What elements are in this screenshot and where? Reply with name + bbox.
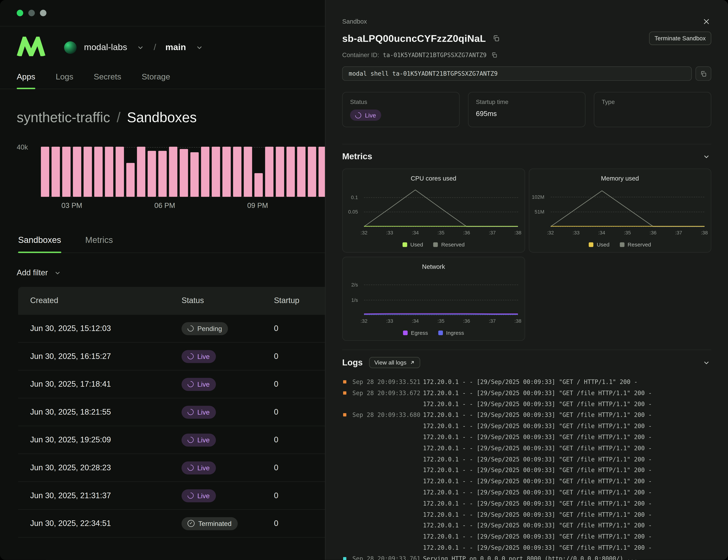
breadcrumb-slash: / [154,42,156,52]
table-row[interactable]: Jun 30, 2025, 22:34:51✓Terminated0 [18,510,325,538]
bar [73,147,81,197]
spinner-icon [186,324,195,333]
bar [222,147,231,197]
bar [190,152,199,197]
table-row[interactable]: Jun 30, 2025, 18:21:55Live0 [18,398,325,426]
legend-swatch [433,242,438,247]
log-timestamp [352,520,423,531]
status-label: Terminated [198,520,232,527]
log-line: 172.20.0.1 - - [29/Sep/2025 00:09:33] "G… [342,443,711,454]
tab-logs[interactable]: Logs [56,72,73,89]
copy-shell-command-button[interactable] [696,66,711,81]
startup-cell: 0 [274,379,325,389]
x-axis-tick-label: :38 [514,230,521,235]
sandbox-id-title: sb-aLPQ00ucncCYFzzZ0qiNaL [342,33,486,44]
environment-chevron-down-icon[interactable] [195,43,203,51]
table-row[interactable]: Jun 30, 2025, 20:28:23Live0 [18,454,325,482]
top-nav: modal-labs / main [0,37,325,58]
log-message: 172.20.0.1 - - [29/Sep/2025 00:09:33] "G… [423,388,711,399]
info-card-status: StatusLive [342,92,460,127]
breadcrumb-current: Sandboxes [127,110,197,125]
table-row[interactable]: Jun 30, 2025, 21:31:37Live0 [18,482,325,510]
terminate-sandbox-button[interactable]: Terminate Sandbox [649,32,711,45]
series-line-egress [364,314,518,314]
log-line: 172.20.0.1 - - [29/Sep/2025 00:09:33] "G… [342,542,711,553]
log-message: 172.20.0.1 - - [29/Sep/2025 00:09:33] "G… [423,465,711,476]
log-message: 172.20.0.1 - - [29/Sep/2025 00:09:33] "G… [423,476,711,487]
log-bullet [342,421,352,432]
legend-item: Reserved [620,241,651,248]
startup-cell: 0 [274,324,325,333]
add-filter-label: Add filter [17,268,48,278]
breadcrumb-app-name[interactable]: synthetic-traffic [17,110,110,125]
legend-item: Ingress [438,330,464,336]
log-bullet [342,432,352,443]
log-line: 172.20.0.1 - - [29/Sep/2025 00:09:33] "G… [342,421,711,432]
log-line: 172.20.0.1 - - [29/Sep/2025 00:09:33] "G… [342,454,711,465]
status-badge: Live [181,350,216,363]
tab-storage[interactable]: Storage [142,72,170,89]
bar [201,147,209,197]
subtab-metrics[interactable]: Metrics [85,235,113,253]
status-label: Live [197,492,210,499]
x-tick-label: 06 PM [154,201,175,210]
y-axis-tick-label: 2/s [351,282,358,288]
status-cell: Pending [181,322,274,335]
log-message: 172.20.0.1 - - [29/Sep/2025 00:09:33] "G… [423,432,711,443]
bar [62,147,70,197]
log-timestamp [352,465,423,476]
spinner-icon [186,463,195,472]
created-cell: Jun 30, 2025, 17:18:41 [30,379,181,389]
logs-collapse-chevron-icon[interactable] [702,358,711,367]
status-cell: Live [181,378,274,391]
copy-sandbox-id-icon[interactable] [491,34,500,43]
y-axis-tick-label: 102M [532,194,544,199]
view-all-logs-button[interactable]: View all logs [369,357,420,368]
bar [126,163,135,197]
table-row[interactable]: Jun 30, 2025, 15:12:03Pending0 [18,315,325,343]
log-timestamp [352,542,423,553]
traffic-bar-chart: 40k [17,145,325,197]
spinner-icon [186,380,195,388]
tab-secrets[interactable]: Secrets [94,72,121,89]
log-bullet [342,476,352,487]
legend-item: Egress [403,330,428,336]
metrics-collapse-chevron-icon[interactable] [702,152,711,161]
add-filter-button[interactable]: Add filter [17,268,61,278]
log-line: 172.20.0.1 - - [29/Sep/2025 00:09:33] "G… [342,432,711,443]
close-icon[interactable] [702,17,711,26]
log-bullet [342,399,352,410]
tab-apps[interactable]: Apps [17,72,35,89]
bar [212,147,220,197]
workspace-chevron-down-icon[interactable] [136,43,144,51]
created-cell: Jun 30, 2025, 18:21:55 [30,407,181,417]
log-message: 172.20.0.1 - - [29/Sep/2025 00:09:33] "G… [423,542,711,553]
copy-container-id-icon[interactable] [490,51,498,59]
subtab-sandboxes[interactable]: Sandboxes [18,235,61,253]
bar [158,151,167,197]
legend-label: Used [410,241,423,248]
environment-name[interactable]: main [165,42,186,52]
workspace-name[interactable]: modal-labs [84,42,127,52]
table-row[interactable]: Jun 30, 2025, 17:18:41Live0 [18,370,325,398]
log-timestamp [352,531,423,542]
bar [233,147,241,197]
table-row[interactable]: Jun 30, 2025, 16:15:27Live0 [18,343,325,370]
status-cell: Live [181,350,274,363]
log-list: Sep 28 20:09:33.521172.20.0.1 - - [29/Se… [342,377,711,560]
legend-label: Used [597,241,609,248]
log-timestamp: Sep 28 20:09:33.761 [352,553,423,560]
x-axis-tick-label: :34 [412,318,419,324]
status-cell: ✓Terminated [181,517,274,530]
legend-label: Reserved [628,241,651,248]
log-timestamp [352,421,423,432]
spinner-icon [186,408,195,416]
startup-cell: 0 [274,352,325,361]
main-pane: modal-labs / main AppsLogsSecretsStorage… [0,0,325,560]
info-card-startup-time: Startup time695ms [468,92,585,127]
metric-title: CPU cores used [343,175,524,182]
bar [297,147,305,197]
status-badge: Pending [181,322,228,335]
created-cell: Jun 30, 2025, 19:25:09 [30,435,181,445]
table-row[interactable]: Jun 30, 2025, 19:25:09Live0 [18,426,325,454]
